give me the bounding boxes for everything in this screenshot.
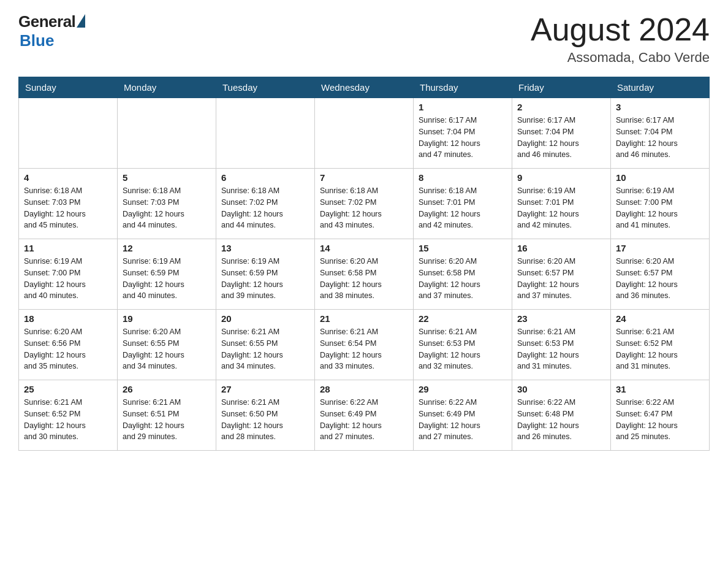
- day-info: Sunrise: 6:18 AMSunset: 7:02 PMDaylight:…: [221, 185, 309, 231]
- calendar-day-cell: 20Sunrise: 6:21 AMSunset: 6:55 PMDayligh…: [216, 310, 315, 380]
- day-number: 4: [24, 172, 112, 183]
- calendar-day-cell: 6Sunrise: 6:18 AMSunset: 7:02 PMDaylight…: [216, 169, 315, 239]
- day-info: Sunrise: 6:19 AMSunset: 6:59 PMDaylight:…: [123, 256, 211, 302]
- calendar-day-cell: 22Sunrise: 6:21 AMSunset: 6:53 PMDayligh…: [414, 310, 512, 380]
- day-info: Sunrise: 6:22 AMSunset: 6:47 PMDaylight:…: [616, 397, 704, 443]
- calendar-day-cell: [216, 98, 315, 169]
- day-number: 29: [419, 384, 507, 394]
- day-info: Sunrise: 6:19 AMSunset: 7:00 PMDaylight:…: [616, 185, 704, 231]
- day-number: 8: [419, 172, 507, 183]
- day-info: Sunrise: 6:21 AMSunset: 6:52 PMDaylight:…: [24, 397, 112, 443]
- day-number: 1: [419, 102, 507, 112]
- calendar-day-cell: 21Sunrise: 6:21 AMSunset: 6:54 PMDayligh…: [315, 310, 414, 380]
- calendar-day-cell: 5Sunrise: 6:18 AMSunset: 7:03 PMDaylight…: [118, 169, 216, 239]
- day-info: Sunrise: 6:21 AMSunset: 6:53 PMDaylight:…: [517, 326, 605, 372]
- calendar-day-cell: 27Sunrise: 6:21 AMSunset: 6:50 PMDayligh…: [216, 380, 315, 451]
- day-number: 25: [24, 384, 112, 394]
- day-info: Sunrise: 6:18 AMSunset: 7:03 PMDaylight:…: [123, 185, 211, 231]
- day-of-week-header: Thursday: [414, 77, 512, 98]
- day-of-week-header: Monday: [118, 77, 216, 98]
- day-number: 11: [24, 243, 112, 253]
- day-info: Sunrise: 6:17 AMSunset: 7:04 PMDaylight:…: [517, 115, 605, 161]
- calendar-table: SundayMondayTuesdayWednesdayThursdayFrid…: [18, 77, 710, 451]
- day-info: Sunrise: 6:21 AMSunset: 6:50 PMDaylight:…: [221, 397, 309, 443]
- day-of-week-header: Sunday: [19, 77, 118, 98]
- day-info: Sunrise: 6:20 AMSunset: 6:57 PMDaylight:…: [517, 256, 605, 302]
- calendar-day-cell: 4Sunrise: 6:18 AMSunset: 7:03 PMDaylight…: [19, 169, 118, 239]
- location-subtitle: Assomada, Cabo Verde: [531, 50, 710, 66]
- calendar-header-row: SundayMondayTuesdayWednesdayThursdayFrid…: [19, 77, 710, 98]
- calendar-day-cell: 29Sunrise: 6:22 AMSunset: 6:49 PMDayligh…: [414, 380, 512, 451]
- calendar-day-cell: [118, 98, 216, 169]
- calendar-day-cell: 9Sunrise: 6:19 AMSunset: 7:01 PMDaylight…: [512, 169, 611, 239]
- day-info: Sunrise: 6:18 AMSunset: 7:03 PMDaylight:…: [24, 185, 112, 231]
- day-number: 14: [320, 243, 408, 253]
- day-info: Sunrise: 6:17 AMSunset: 7:04 PMDaylight:…: [616, 115, 704, 161]
- day-number: 28: [320, 384, 408, 394]
- day-number: 17: [616, 243, 704, 253]
- logo-blue-text: Blue: [20, 31, 54, 50]
- day-info: Sunrise: 6:20 AMSunset: 6:56 PMDaylight:…: [24, 326, 112, 372]
- calendar-day-cell: 8Sunrise: 6:18 AMSunset: 7:01 PMDaylight…: [414, 169, 512, 239]
- calendar-week-row: 18Sunrise: 6:20 AMSunset: 6:56 PMDayligh…: [19, 310, 710, 380]
- day-number: 3: [616, 102, 704, 112]
- day-info: Sunrise: 6:19 AMSunset: 6:59 PMDaylight:…: [221, 256, 309, 302]
- calendar-day-cell: 30Sunrise: 6:22 AMSunset: 6:48 PMDayligh…: [512, 380, 611, 451]
- calendar-day-cell: 18Sunrise: 6:20 AMSunset: 6:56 PMDayligh…: [19, 310, 118, 380]
- day-number: 6: [221, 172, 309, 183]
- day-info: Sunrise: 6:19 AMSunset: 7:00 PMDaylight:…: [24, 256, 112, 302]
- calendar-week-row: 25Sunrise: 6:21 AMSunset: 6:52 PMDayligh…: [19, 380, 710, 451]
- day-number: 12: [123, 243, 211, 253]
- calendar-day-cell: 31Sunrise: 6:22 AMSunset: 6:47 PMDayligh…: [611, 380, 710, 451]
- day-info: Sunrise: 6:18 AMSunset: 7:02 PMDaylight:…: [320, 185, 408, 231]
- month-year-title: August 2024: [531, 12, 710, 47]
- day-number: 7: [320, 172, 408, 183]
- calendar-day-cell: 16Sunrise: 6:20 AMSunset: 6:57 PMDayligh…: [512, 239, 611, 310]
- day-info: Sunrise: 6:19 AMSunset: 7:01 PMDaylight:…: [517, 185, 605, 231]
- day-info: Sunrise: 6:22 AMSunset: 6:48 PMDaylight:…: [517, 397, 605, 443]
- day-of-week-header: Wednesday: [315, 77, 414, 98]
- day-number: 15: [419, 243, 507, 253]
- day-info: Sunrise: 6:21 AMSunset: 6:51 PMDaylight:…: [123, 397, 211, 443]
- day-info: Sunrise: 6:21 AMSunset: 6:52 PMDaylight:…: [616, 326, 704, 372]
- day-number: 21: [320, 313, 408, 324]
- day-info: Sunrise: 6:21 AMSunset: 6:53 PMDaylight:…: [419, 326, 507, 372]
- page-header: General Blue August 2024 Assomada, Cabo …: [18, 12, 710, 66]
- day-number: 27: [221, 384, 309, 394]
- calendar-day-cell: [19, 98, 118, 169]
- calendar-day-cell: 23Sunrise: 6:21 AMSunset: 6:53 PMDayligh…: [512, 310, 611, 380]
- calendar-day-cell: 1Sunrise: 6:17 AMSunset: 7:04 PMDaylight…: [414, 98, 512, 169]
- day-number: 9: [517, 172, 605, 183]
- day-info: Sunrise: 6:21 AMSunset: 6:55 PMDaylight:…: [221, 326, 309, 372]
- calendar-day-cell: 2Sunrise: 6:17 AMSunset: 7:04 PMDaylight…: [512, 98, 611, 169]
- calendar-day-cell: 24Sunrise: 6:21 AMSunset: 6:52 PMDayligh…: [611, 310, 710, 380]
- day-of-week-header: Saturday: [611, 77, 710, 98]
- day-number: 31: [616, 384, 704, 394]
- day-number: 26: [123, 384, 211, 394]
- calendar-day-cell: 15Sunrise: 6:20 AMSunset: 6:58 PMDayligh…: [414, 239, 512, 310]
- day-number: 30: [517, 384, 605, 394]
- day-number: 20: [221, 313, 309, 324]
- day-number: 2: [517, 102, 605, 112]
- logo-general-text: General: [18, 12, 75, 31]
- logo: General Blue: [18, 12, 85, 50]
- day-number: 10: [616, 172, 704, 183]
- day-of-week-header: Tuesday: [216, 77, 315, 98]
- day-of-week-header: Friday: [512, 77, 611, 98]
- day-number: 18: [24, 313, 112, 324]
- day-info: Sunrise: 6:22 AMSunset: 6:49 PMDaylight:…: [419, 397, 507, 443]
- calendar-day-cell: 11Sunrise: 6:19 AMSunset: 7:00 PMDayligh…: [19, 239, 118, 310]
- day-number: 24: [616, 313, 704, 324]
- calendar-day-cell: 26Sunrise: 6:21 AMSunset: 6:51 PMDayligh…: [118, 380, 216, 451]
- day-info: Sunrise: 6:18 AMSunset: 7:01 PMDaylight:…: [419, 185, 507, 231]
- calendar-day-cell: 10Sunrise: 6:19 AMSunset: 7:00 PMDayligh…: [611, 169, 710, 239]
- calendar-day-cell: 19Sunrise: 6:20 AMSunset: 6:55 PMDayligh…: [118, 310, 216, 380]
- day-number: 5: [123, 172, 211, 183]
- day-info: Sunrise: 6:20 AMSunset: 6:58 PMDaylight:…: [320, 256, 408, 302]
- day-info: Sunrise: 6:20 AMSunset: 6:55 PMDaylight:…: [123, 326, 211, 372]
- calendar-day-cell: 7Sunrise: 6:18 AMSunset: 7:02 PMDaylight…: [315, 169, 414, 239]
- calendar-week-row: 11Sunrise: 6:19 AMSunset: 7:00 PMDayligh…: [19, 239, 710, 310]
- calendar-week-row: 4Sunrise: 6:18 AMSunset: 7:03 PMDaylight…: [19, 169, 710, 239]
- day-info: Sunrise: 6:20 AMSunset: 6:58 PMDaylight:…: [419, 256, 507, 302]
- day-number: 22: [419, 313, 507, 324]
